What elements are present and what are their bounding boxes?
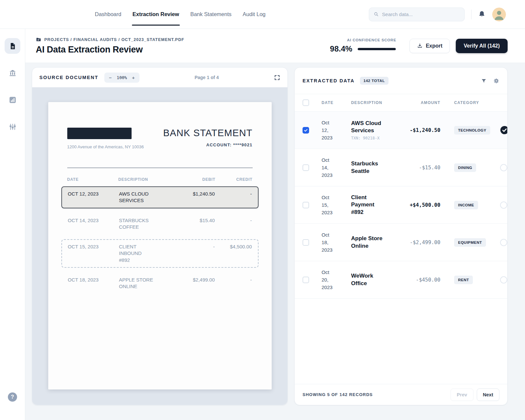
prev-button[interactable]: Prev xyxy=(451,388,473,401)
nav-tab[interactable]: Bank Statements xyxy=(190,0,232,29)
search-icon xyxy=(374,11,379,17)
search-box[interactable] xyxy=(369,8,465,21)
statement-row-date: OCT 12, 2023 xyxy=(68,191,116,197)
select-all-checkbox[interactable] xyxy=(303,99,309,106)
statement-row-debit: - xyxy=(161,243,215,250)
search-input[interactable] xyxy=(382,11,460,17)
statement-col-date: DATE xyxy=(67,177,116,182)
row-date: Oct 18, 2023 xyxy=(322,231,337,254)
nav-tab[interactable]: Audit Log xyxy=(242,0,266,29)
unverified-status-button[interactable] xyxy=(500,201,507,209)
gear-icon xyxy=(493,78,499,84)
sidebar: ? xyxy=(0,29,25,420)
statement-row[interactable]: OCT 18, 2023 APPLE STORE ONLINE $2,499.0… xyxy=(61,272,259,294)
col-amount: AMOUNT xyxy=(407,100,440,105)
row-amount: -$2,499.00 xyxy=(407,240,440,245)
row-date: Oct 14, 2023 xyxy=(322,156,337,179)
notifications-button[interactable] xyxy=(478,10,486,18)
row-category-badge: TECHNOLOGY xyxy=(454,126,490,135)
row-checkbox[interactable] xyxy=(303,277,309,283)
statement-divider xyxy=(67,168,253,168)
breadcrumb[interactable]: PROJECTS / FINANCIAL AUDITS / OCT_2023_S… xyxy=(36,37,184,42)
statement-column-headers: DATE DESCRIPTION DEBIT CREDIT xyxy=(67,177,253,182)
sliders-icon xyxy=(9,123,17,131)
page-header: PROJECTS / FINANCIAL AUDITS / OCT_2023_S… xyxy=(25,29,525,63)
row-category-badge: RENT xyxy=(454,276,473,284)
row-description: WeWork Office xyxy=(351,272,384,287)
table-row[interactable]: Oct 15, 2023 Client Payment #892 +$4,500… xyxy=(295,186,507,224)
total-badge: 142 TOTAL xyxy=(360,77,388,85)
nav-tab[interactable]: Extraction Review xyxy=(132,0,180,29)
avatar[interactable] xyxy=(492,8,506,21)
settings-button[interactable] xyxy=(493,78,499,84)
verified-status-button[interactable] xyxy=(500,126,508,135)
bell-icon xyxy=(478,10,486,18)
bar-chart-icon xyxy=(9,96,17,104)
bank-icon xyxy=(9,69,17,77)
filter-icon xyxy=(481,78,487,84)
document-page: 1200 Avenue of the Americas, NY 10036 BA… xyxy=(48,102,272,389)
statement-row-date: OCT 15, 2023 xyxy=(68,243,116,250)
statement-row-credit: - xyxy=(218,217,252,224)
zoom-in-button[interactable]: + xyxy=(132,75,135,80)
sidebar-item-controls[interactable] xyxy=(5,119,20,135)
unverified-status-button[interactable] xyxy=(500,276,507,284)
statement-row-description: APPLE STORE ONLINE xyxy=(119,277,154,290)
statement-bank-block: 1200 Avenue of the Americas, NY 10036 xyxy=(67,128,144,149)
help-icon: ? xyxy=(11,394,14,400)
nav-tab-label: Audit Log xyxy=(243,11,266,17)
extracted-data-footer: SHOWING 5 OF 142 RECORDS Prev Next xyxy=(295,384,507,405)
nav-tab-label: Dashboard xyxy=(95,11,121,17)
zoom-controls: − 100% + xyxy=(104,73,139,83)
verify-all-button[interactable]: Verify All (142) xyxy=(456,39,508,53)
statement-row-debit: $1,240.50 xyxy=(161,191,215,197)
row-checkbox[interactable] xyxy=(303,202,309,208)
unverified-status-button[interactable] xyxy=(500,164,507,171)
extracted-table-rows: Oct 12, 2023 AWS Cloud Services TXN: 902… xyxy=(295,112,507,299)
sidebar-item-analytics[interactable] xyxy=(5,92,20,108)
breadcrumb-text: PROJECTS / FINANCIAL AUDITS / OCT_2023_S… xyxy=(44,37,184,42)
zoom-level: 100% xyxy=(117,75,127,80)
unverified-status-button[interactable] xyxy=(500,239,507,246)
statement-address: 1200 Avenue of the Americas, NY 10036 xyxy=(67,144,144,149)
statement-row-date: OCT 14, 2023 xyxy=(68,217,116,224)
extracted-table-header: DATE DESCRIPTION AMOUNT CATEGORY xyxy=(295,94,507,112)
file-icon xyxy=(9,42,16,50)
zoom-out-button[interactable]: − xyxy=(109,75,112,80)
extracted-data-panel: EXTRACTED DATA 142 TOTAL xyxy=(294,67,508,405)
statement-account: ACCOUNT: ****9021 xyxy=(163,142,252,147)
statement-row-description: AWS CLOUD SERVICES xyxy=(119,191,154,204)
sidebar-item-documents[interactable] xyxy=(5,38,20,54)
statement-row[interactable]: OCT 15, 2023 CLIENT INBOUND #892 - $4,50… xyxy=(61,239,259,268)
statement-row-credit: $4,500.00 xyxy=(218,243,252,250)
col-date: DATE xyxy=(322,100,351,105)
help-button[interactable]: ? xyxy=(8,392,17,402)
source-document-header: SOURCE DOCUMENT − 100% + Page 1 of 4 xyxy=(32,68,287,87)
statement-row-debit: $2,499.00 xyxy=(161,277,215,283)
table-row[interactable]: Oct 18, 2023 Apple Store Online -$2,499.… xyxy=(295,224,507,261)
extracted-data-header: EXTRACTED DATA 142 TOTAL xyxy=(295,68,507,94)
statement-row-credit: - xyxy=(218,191,252,197)
row-date: Oct 20, 2023 xyxy=(322,268,337,291)
document-viewport[interactable]: 1200 Avenue of the Americas, NY 10036 BA… xyxy=(32,87,287,405)
page-title: AI Data Extraction Review xyxy=(36,45,184,55)
statement-title: BANK STATEMENT xyxy=(163,128,252,138)
sidebar-item-bank[interactable] xyxy=(5,65,20,81)
main-content: SOURCE DOCUMENT − 100% + Page 1 of 4 120… xyxy=(25,63,525,420)
confidence-score: AI CONFIDENCE SCORE 98.4% xyxy=(330,38,396,53)
export-button[interactable]: Export xyxy=(410,39,450,53)
row-checkbox[interactable] xyxy=(303,164,309,171)
fullscreen-button[interactable] xyxy=(274,74,280,81)
statement-row[interactable]: OCT 12, 2023 AWS CLOUD SERVICES $1,240.5… xyxy=(61,186,259,208)
table-row[interactable]: Oct 14, 2023 Starbucks Seattle -$15.40 D… xyxy=(295,149,507,186)
table-row[interactable]: Oct 20, 2023 WeWork Office -$450.00 RENT xyxy=(295,261,507,299)
row-date: Oct 12, 2023 xyxy=(322,119,337,142)
confidence-bar xyxy=(358,48,396,50)
statement-row[interactable]: OCT 14, 2023 STARBUCKS COFFEE $15.40 - xyxy=(61,213,259,235)
row-checkbox[interactable] xyxy=(303,127,309,134)
nav-tab[interactable]: Dashboard xyxy=(94,0,122,29)
row-checkbox[interactable] xyxy=(303,239,309,246)
table-row[interactable]: Oct 12, 2023 AWS Cloud Services TXN: 902… xyxy=(295,112,507,149)
filter-button[interactable] xyxy=(481,78,487,84)
next-button[interactable]: Next xyxy=(477,388,499,401)
